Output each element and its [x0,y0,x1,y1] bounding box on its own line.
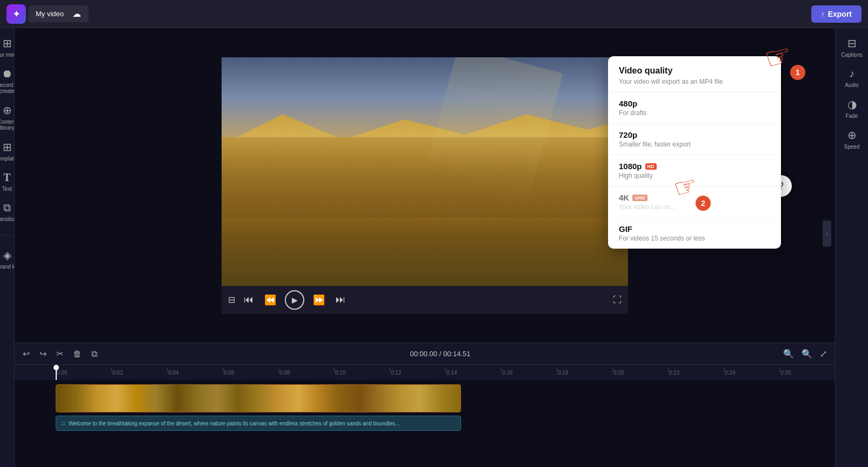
your-media-icon: ⊞ [3,37,12,50]
sidebar-item-content-library[interactable]: ⊕ Contentlibrary [0,99,15,135]
ruler-mark-8: 0:08 [278,370,334,376]
right-sidebar-item-captions[interactable]: ⊟ Captions [836,32,868,62]
right-sidebar-label-speed: Speed [844,144,860,150]
cloud-sync-icon: ☁ [72,9,81,19]
quality-desc-gif: For videos 15 seconds or less [619,235,770,242]
right-sidebar-item-audio[interactable]: ♪ Audio [836,63,868,92]
video-track[interactable] [56,384,461,412]
playhead-dot [54,365,59,370]
sidebar-label-templates: Templates [0,156,15,162]
speed-icon: ⊕ [847,129,857,142]
project-title-container[interactable]: My video ☁ [28,5,89,22]
subtitle-toggle-button[interactable]: ⊟ [228,295,235,305]
step-forward-button[interactable]: ⏩ [311,292,327,308]
hd-badge: HD [645,163,657,170]
sidebar-label-your-media: Your media [0,52,15,58]
right-sidebar-label-captions: Captions [841,52,862,58]
quality-desc-480p: For drafts [619,109,770,117]
timeline-area: ↩ ↪ ✂ 🗑 ⧉ 00:00.00 / 00:14.51 🔍 🔍 ⤢ 0:00… [15,343,835,467]
timeline-time-display: 00:00.00 / 00:14.51 [410,350,470,358]
quality-name-480p: 480p [619,99,770,108]
zoom-controls: 🔍 🔍 ⤢ [782,347,829,361]
quality-desc-4k: Your video has no... [619,203,770,211]
dropdown-subtitle: Your video will export as an MP4 file [619,78,770,85]
left-sidebar: ⊞ Your media ⏺ Record &create ⊕ Contentl… [0,28,15,467]
export-button[interactable]: ↑ Export [811,5,862,23]
quality-option-480p[interactable]: 480p For drafts [608,92,781,124]
preview-area: ⊟ ⏮ ⏪ ▶ ⏩ ⏭ ⛶ Video quality Your video w… [15,28,835,343]
ruler-mark-26: 0:26 [779,370,835,376]
cursor-badge-1: 1 [790,65,805,80]
ruler-mark-14: 0:14 [445,370,501,376]
subtitle-track[interactable]: ♫ Welcome to the breathtaking expanse of… [56,416,461,431]
timeline-controls: ↩ ↪ ✂ 🗑 ⧉ 00:00.00 / 00:14.51 🔍 🔍 ⤢ [15,343,835,365]
desert-background [222,57,628,286]
timeline-ruler: 0:00 0:02 0:04 0:06 0:08 0:10 0:12 0:14 … [15,365,835,380]
export-quality-dropdown: Video quality Your video will export as … [608,56,781,249]
ruler-mark-10: 0:10 [334,370,390,376]
cut-button[interactable]: ✂ [55,347,65,361]
right-sidebar-label-audio: Audio [845,82,859,88]
sidebar-label-content-library: Contentlibrary [0,119,15,131]
undo-button[interactable]: ↩ [21,347,31,361]
sidebar-item-transitions[interactable]: ⧉ Transitions [0,197,15,226]
timeline-tracks: ♫ Welcome to the breathtaking expanse of… [15,380,835,467]
quality-name-1080p: 1080p HD [619,162,770,171]
sidebar-item-templates[interactable]: ⊞ Templates [0,136,15,166]
fit-timeline-button[interactable]: ⤢ [818,347,829,361]
export-label: Export [828,10,852,18]
sidebar-label-record: Record &create [0,82,15,94]
export-icon: ↑ [821,10,825,18]
play-button[interactable]: ▶ [285,290,304,310]
quality-option-720p[interactable]: 720p Smaller file, faster export [608,124,781,155]
sidebar-item-brand[interactable]: ◈ Brand kit [0,244,15,274]
ruler-mark-20: 0:20 [612,370,668,376]
right-sidebar-item-fade[interactable]: ◑ Fade [836,94,868,123]
quality-option-1080p[interactable]: 1080p HD High quality [608,155,781,186]
sidebar-item-text[interactable]: T Text [0,167,15,196]
skip-forward-button[interactable]: ⏭ [333,292,348,308]
ruler-mark-2: 0:02 [111,370,167,376]
content-library-icon: ⊕ [3,104,12,117]
video-preview [222,57,628,286]
video-controls-bar: ⊟ ⏮ ⏪ ▶ ⏩ ⏭ ⛶ [222,286,628,314]
ruler-mark-6: 0:06 [223,370,278,376]
zoom-out-button[interactable]: 🔍 [782,347,796,361]
ruler-marks: 0:00 0:02 0:04 0:06 0:08 0:10 0:12 0:14 … [56,370,835,376]
logo-icon: ✦ [12,8,21,20]
delete-button[interactable]: 🗑 [71,348,83,361]
main-area: ⊞ Your media ⏺ Record &create ⊕ Contentl… [0,28,868,467]
quality-name-4k: 4K UHD [619,193,770,202]
zoom-in-button[interactable]: 🔍 [800,347,814,361]
right-sidebar-item-speed[interactable]: ⊕ Speed [836,124,868,154]
fullscreen-button[interactable]: ⛶ [613,295,622,305]
audio-icon: ♪ [849,68,854,80]
timeline-playhead[interactable] [56,365,57,380]
project-title: My video [36,10,64,18]
fade-icon: ◑ [847,98,857,111]
subtitle-text: Welcome to the breathtaking expanse of t… [69,421,399,426]
dropdown-title: Video quality [619,66,770,76]
duplicate-button[interactable]: ⧉ [90,348,99,361]
step-back-button[interactable]: ⏪ [262,292,278,308]
transitions-icon: ⧉ [3,202,11,214]
quality-desc-1080p: High quality [619,172,770,179]
sidebar-item-record[interactable]: ⏺ Record &create [0,63,15,98]
text-icon: T [3,171,10,184]
quality-option-gif[interactable]: GIF For videos 15 seconds or less [608,218,781,249]
sidebar-divider [2,235,13,236]
brand-icon: ◈ [3,249,11,262]
ruler-mark-24: 0:24 [724,370,779,376]
right-sidebar-label-fade: Fade [846,113,858,119]
app-logo: ✦ [6,4,26,24]
rewind-button[interactable]: ⏮ [242,292,256,308]
quality-option-4k[interactable]: 4K UHD Your video has no... [608,186,781,218]
ruler-mark-0: 0:00 [56,370,111,376]
cursor-badge-2: 2 [696,196,711,211]
quality-desc-720p: Smaller file, faster export [619,141,770,148]
topbar-right: ↑ Export [811,5,862,23]
redo-button[interactable]: ↪ [38,347,48,361]
quality-name-720p: 720p [619,130,770,139]
sidebar-item-your-media[interactable]: ⊞ Your media [0,32,15,62]
sidebar-label-transitions: Transitions [0,216,15,222]
